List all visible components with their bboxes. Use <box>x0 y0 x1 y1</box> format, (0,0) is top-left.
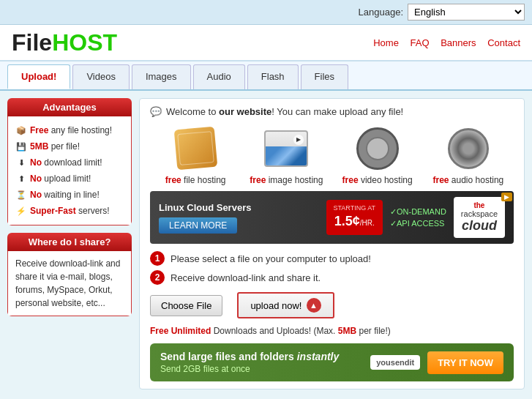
upload-now-button[interactable]: upload now! ▲ <box>237 292 334 318</box>
free-note-end: per file!) <box>356 326 391 336</box>
feature-audio-label: free audio hosting <box>426 175 510 185</box>
step-1: 1 Please select a file on your computer … <box>150 251 514 266</box>
chat-icon: 💬 <box>150 106 162 117</box>
adv-rest-5: waiting in line! <box>42 190 100 200</box>
box-shape <box>173 127 217 171</box>
tab-images[interactable]: Images <box>132 64 191 89</box>
ad-learn-more-button[interactable]: LEARN MORE <box>159 217 237 234</box>
size-icon: 💾 <box>15 141 27 152</box>
yousendit-logo: yousendit <box>370 355 420 370</box>
ad-pricing: STARTING AT 1.5¢/HR. <box>326 200 383 234</box>
audio-shape <box>448 128 489 169</box>
choose-file-button[interactable]: Choose File <box>150 295 222 316</box>
adv-highlight-5: No <box>30 190 42 200</box>
advantage-item-6: ⚡ Super-Fast servers! <box>15 203 124 219</box>
nav-home[interactable]: Home <box>373 37 399 48</box>
send-files-text: Send large files and folders instantly S… <box>160 351 339 374</box>
adv-highlight-6: Super-Fast <box>30 206 76 216</box>
feature-image-label: free image hosting <box>244 175 329 185</box>
advantage-item-2: 💾 5MB per file! <box>15 138 124 154</box>
feature-file-hosting: free file hosting <box>154 124 238 185</box>
language-bar: Language: English Spanish French German <box>0 0 532 25</box>
advantages-content: 📦 Free any file hosting! 💾 5MB per file!… <box>7 116 132 225</box>
ad-rackspace: the rackspace cloud <box>454 197 505 238</box>
rs-cloud: cloud <box>461 218 498 234</box>
box-icon: 📦 <box>15 124 27 136</box>
sidebar: Advantages 📦 Free any file hosting! 💾 5M… <box>7 98 132 389</box>
welcome-message: 💬 Welcome to our website! You can make u… <box>150 106 514 117</box>
ad-price: 1.5¢/HR. <box>334 213 376 230</box>
adv-rest-4: upload limit! <box>42 174 91 184</box>
send-files-subtitle: Send 2GB files at once <box>160 364 339 374</box>
send-files-title: Send large files and folders instantly <box>160 351 339 362</box>
advantage-item-4: ⬆ No upload limit! <box>15 171 124 187</box>
tab-flash[interactable]: Flash <box>247 64 299 89</box>
logo: FileHost <box>12 31 117 54</box>
tab-audio[interactable]: Audio <box>193 64 245 89</box>
feature-image-hosting: free image hosting <box>244 124 329 185</box>
tab-files[interactable]: Files <box>301 64 348 89</box>
step-1-text: Please select a file on your computer to… <box>171 253 371 264</box>
adv-rest-6: servers! <box>76 206 110 216</box>
ad-banner: ▶ Linux Cloud Servers LEARN MORE STARTIN… <box>150 191 514 244</box>
free-unlimited-text: Free Unlimited <box>150 326 211 336</box>
feature-video-hosting: free video hosting <box>335 124 419 185</box>
film-shape <box>356 127 399 170</box>
header-nav: Home FAQ Banners Contact <box>364 37 520 48</box>
adv-highlight-3: No <box>30 157 42 168</box>
speed-icon: ⚡ <box>15 205 27 217</box>
nav-contact[interactable]: Contact <box>487 37 520 48</box>
advantages-box: Advantages 📦 Free any file hosting! 💾 5M… <box>7 98 132 225</box>
logo-host: Host <box>52 29 117 56</box>
adv-highlight-2: 5MB <box>30 141 48 152</box>
ad-checkmarks: ✓ON-DEMAND ✓API ACCESS <box>390 206 446 230</box>
free-note: Free Unlimited Downloads and Uploads! (M… <box>150 326 514 336</box>
share-content: Receive download-link and share it via e… <box>7 251 132 316</box>
tab-bar: Upload! Videos Images Audio Flash Files <box>0 61 532 91</box>
share-text: Receive download-link and share it via e… <box>15 257 124 310</box>
nav-faq[interactable]: FAQ <box>411 37 430 48</box>
tab-videos[interactable]: Videos <box>72 64 130 89</box>
header: FileHost Home FAQ Banners Contact <box>0 25 532 61</box>
share-title: Where do I share? <box>7 233 132 251</box>
rs-name: rackspace <box>461 209 498 218</box>
try-now-button[interactable]: TRY IT NOW <box>427 351 503 374</box>
upload-arrow-icon: ▲ <box>307 298 321 313</box>
ad-banner-left: Linux Cloud Servers LEARN MORE <box>159 202 319 234</box>
advantage-item-5: ⏳ No waiting in line! <box>15 187 124 203</box>
upload-controls: Choose File upload now! ▲ <box>150 292 514 318</box>
language-label: Language: <box>359 7 403 18</box>
features-row: free file hosting free image hosting fre… <box>150 124 514 185</box>
rs-the: the <box>461 201 498 209</box>
ad-tag: ▶ <box>501 193 512 201</box>
upload-icon: ⬆ <box>15 173 27 184</box>
adv-rest-3: download limit! <box>42 157 102 168</box>
download-icon: ⬇ <box>15 157 27 168</box>
feature-audio-hosting: free audio hosting <box>426 124 510 185</box>
advantages-title: Advantages <box>7 98 132 116</box>
ad-title: Linux Cloud Servers <box>159 202 319 213</box>
tab-upload[interactable]: Upload! <box>7 64 70 89</box>
feature-file-label: free file hosting <box>154 175 238 185</box>
adv-rest-1: any file hosting! <box>48 125 112 135</box>
step-2-number: 2 <box>150 270 165 285</box>
file-hosting-icon <box>172 124 220 172</box>
wait-icon: ⏳ <box>15 189 27 201</box>
ad-check1: ✓ON-DEMAND <box>390 206 446 218</box>
upload-btn-label: upload now! <box>250 300 301 311</box>
content-area: 💬 Welcome to our website! You can make u… <box>139 98 525 389</box>
logo-file: File <box>12 29 52 56</box>
step-1-number: 1 <box>150 251 165 266</box>
step-2-text: Receive download-link and share it. <box>171 272 321 283</box>
nav-banners[interactable]: Banners <box>441 37 476 48</box>
max-size-text: 5MB <box>338 326 356 336</box>
feature-video-label: free video hosting <box>335 175 419 185</box>
language-select[interactable]: English Spanish French German <box>408 4 525 20</box>
share-box: Where do I share? Receive download-link … <box>7 233 132 316</box>
audio-hosting-icon <box>444 124 492 172</box>
main-content: Advantages 📦 Free any file hosting! 💾 5M… <box>0 91 532 397</box>
advantage-item-3: ⬇ No download limit! <box>15 154 124 171</box>
video-hosting-icon <box>353 124 401 172</box>
send-files-right: yousendit TRY IT NOW <box>370 351 503 374</box>
ad-starting-at: STARTING AT <box>334 204 376 213</box>
